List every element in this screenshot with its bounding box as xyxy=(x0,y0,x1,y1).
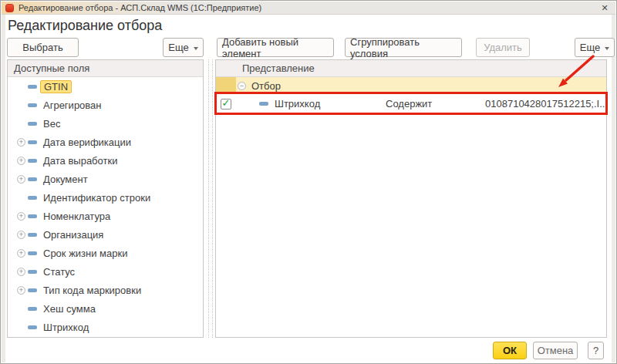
field-dash-icon xyxy=(28,85,37,89)
row-filter-value: 0108710428017512215;.I... xyxy=(485,98,606,110)
more-button-left-label: Еще xyxy=(168,42,188,53)
expand-plus-icon[interactable]: + xyxy=(17,286,25,295)
tree-item[interactable]: + Статус xyxy=(8,262,203,281)
field-dash-icon xyxy=(259,102,268,106)
field-dash-icon xyxy=(28,233,37,237)
more-button-right-label: Еще xyxy=(580,42,600,53)
field-dash-icon xyxy=(28,177,37,181)
row-checkbox[interactable]: ✓ xyxy=(221,99,231,110)
field-dash-icon xyxy=(28,122,37,126)
tree-item-label: Дата верификации xyxy=(40,136,134,149)
expand-plus-icon[interactable]: + xyxy=(17,268,25,276)
filter-group-row[interactable]: − Отбор xyxy=(216,77,606,94)
tree-item-label: Штрихкод xyxy=(40,321,92,334)
panel-splitter[interactable] xyxy=(208,59,209,338)
ok-button[interactable]: ОК xyxy=(493,342,527,359)
tree-item-label: Хеш сумма xyxy=(40,302,99,315)
tree-item[interactable]: + Хеш сумма xyxy=(8,299,203,318)
row-field-cell: Штрихкод xyxy=(236,98,375,110)
expand-plus-icon[interactable]: + xyxy=(17,231,25,239)
available-fields-panel: Доступные поля + GTIN + Агрегирован + Ве… xyxy=(7,59,204,338)
window-title: Редактирование отбора - АСП.Склад WMS (1… xyxy=(19,3,261,12)
tree-item[interactable]: + Агрегирован xyxy=(8,96,203,114)
tree-item[interactable]: + Вес xyxy=(8,114,203,133)
expand-plus-icon[interactable]: + xyxy=(17,249,25,258)
available-fields-list: + GTIN + Агрегирован + Вес + Дата верифи… xyxy=(8,77,203,337)
checkmark-icon: ✓ xyxy=(222,99,231,107)
field-dash-icon xyxy=(28,140,37,144)
field-dash-icon xyxy=(28,196,37,200)
field-dash-icon xyxy=(28,214,37,218)
group-conditions-button[interactable]: Сгруппировать условия xyxy=(345,38,462,57)
cancel-button-label: Отмена xyxy=(538,345,574,356)
filter-table-panel: Представление − Отбор ✓ Штрихкод Содержи… xyxy=(215,59,607,338)
field-dash-icon xyxy=(28,270,37,274)
tree-item-label: Дата выработки xyxy=(40,154,120,167)
chevron-down-icon xyxy=(605,47,609,50)
1c-app-icon xyxy=(5,4,14,12)
delete-button-label: Удалить xyxy=(484,42,522,53)
chevron-down-icon xyxy=(194,47,198,50)
available-fields-header: Доступные поля xyxy=(8,60,203,77)
tree-item[interactable]: + Документ xyxy=(8,170,203,188)
add-element-button[interactable]: Добавить новый элемент xyxy=(217,38,334,57)
more-button-left[interactable]: Еще xyxy=(163,38,204,57)
tree-item-label: Агрегирован xyxy=(40,99,105,112)
tree-item[interactable]: + Тип кода маркировки xyxy=(8,281,203,299)
tree-item[interactable]: + Срок жизни марки xyxy=(8,244,203,262)
select-button-label: Выбрать xyxy=(22,42,62,53)
tree-item[interactable]: + Организация xyxy=(8,225,203,244)
window-edge-left xyxy=(2,15,5,362)
expand-plus-icon[interactable]: + xyxy=(17,138,25,147)
tree-item-label: GTIN xyxy=(40,80,72,93)
field-dash-icon xyxy=(28,307,37,311)
expand-plus-icon[interactable]: + xyxy=(17,175,25,184)
group-conditions-label: Сгруппировать условия xyxy=(350,36,457,59)
tree-item-label: Срок жизни марки xyxy=(40,247,130,260)
help-button-label: ? xyxy=(593,345,598,356)
tree-item[interactable]: + Дата выработки xyxy=(8,151,203,170)
group-row-checkbox-cell xyxy=(216,77,236,94)
window-titlebar: Редактирование отбора - АСП.Склад WMS (1… xyxy=(2,2,615,15)
tree-item[interactable]: + Дата верификации xyxy=(8,133,203,151)
tree-item[interactable]: + Идентификатор строки xyxy=(8,188,203,207)
tree-item-label: Номенклатура xyxy=(40,210,113,223)
add-element-label: Добавить новый элемент xyxy=(222,36,329,59)
tree-item[interactable]: + Номенклатура xyxy=(8,207,203,225)
collapse-minus-icon[interactable]: − xyxy=(238,82,246,90)
row-field-label: Штрихкод xyxy=(275,98,320,110)
tree-item[interactable]: + Штрихкод xyxy=(8,318,203,336)
tree-item-label: Документ xyxy=(40,173,91,186)
filter-condition-row[interactable]: ✓ Штрихкод Содержит 0108710428017512215;… xyxy=(216,94,606,113)
delete-button[interactable]: Удалить xyxy=(476,38,530,57)
dialog-window: Редактирование отбора - АСП.Склад WMS (1… xyxy=(0,0,617,364)
filter-table-header: Представление xyxy=(216,60,606,77)
field-dash-icon xyxy=(28,251,37,255)
tree-item[interactable]: + GTIN xyxy=(8,77,203,96)
group-row-label: Отбор xyxy=(251,80,281,92)
cancel-button[interactable]: Отмена xyxy=(533,342,578,359)
tree-item-label: Вес xyxy=(40,117,63,130)
row-checkbox-cell: ✓ xyxy=(216,99,236,110)
ok-button-label: ОК xyxy=(503,345,517,356)
expand-plus-icon[interactable]: + xyxy=(17,157,25,165)
expand-plus-icon[interactable]: + xyxy=(17,212,25,221)
field-dash-icon xyxy=(28,103,37,107)
help-button[interactable]: ? xyxy=(588,342,604,359)
select-button[interactable]: Выбрать xyxy=(7,38,79,57)
field-dash-icon xyxy=(28,325,37,329)
field-dash-icon xyxy=(28,159,37,163)
window-edge-right xyxy=(612,15,615,362)
tree-item-label: Статус xyxy=(40,265,78,278)
tree-item-label: Идентификатор строки xyxy=(40,191,153,204)
representation-column-header: Представление xyxy=(236,62,606,74)
close-icon[interactable]: ✕ xyxy=(598,2,612,14)
page-title: Редактирование отбора xyxy=(8,18,162,34)
row-condition-value: Содержит xyxy=(375,98,485,110)
tree-item-label: Организация xyxy=(40,228,106,241)
panel-splitter[interactable] xyxy=(212,59,213,338)
more-button-right[interactable]: Еще xyxy=(575,38,615,57)
group-row-content: − Отбор xyxy=(236,77,606,94)
tree-item-label: Тип кода маркировки xyxy=(40,284,144,297)
field-dash-icon xyxy=(28,288,37,292)
